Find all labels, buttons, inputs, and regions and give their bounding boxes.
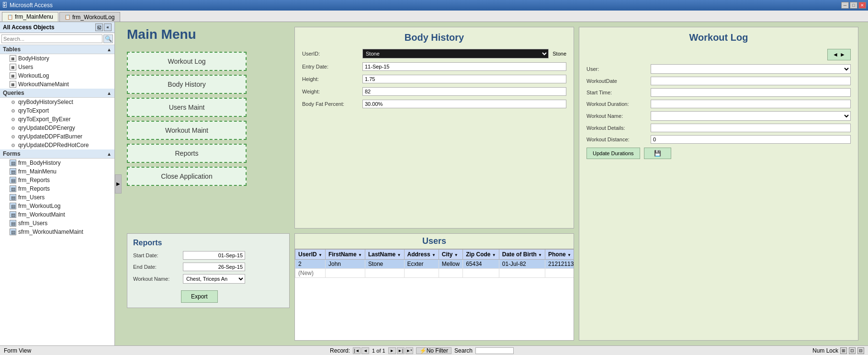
search-field[interactable]: [475, 347, 514, 354]
wl-user-select[interactable]: [651, 64, 851, 74]
cell-phone: 212121131: [545, 259, 574, 268]
col-lastname[interactable]: LastName ▼: [365, 249, 404, 259]
table-row-new[interactable]: (New): [295, 268, 575, 277]
nav-item-frm8[interactable]: ▤ sfrm_WorkoutNameMaint: [0, 228, 114, 236]
new-record-button[interactable]: ►*: [406, 347, 413, 354]
nav-item-frm3[interactable]: ▤ frm_Reports: [0, 176, 114, 184]
queries-toggle[interactable]: ▲: [107, 91, 112, 96]
nav-item-users[interactable]: ▦ Users: [0, 63, 114, 71]
start-date-input[interactable]: [183, 251, 245, 260]
first-record-button[interactable]: |◄: [353, 347, 361, 354]
col-firstname[interactable]: FirstName ▼: [325, 249, 365, 259]
table-workoutnamemaint-label: WorkoutNameMaint: [18, 81, 69, 88]
last-record-button[interactable]: ►|: [397, 347, 405, 354]
form-icon-5: ▤: [10, 203, 16, 209]
forms-section-header: Forms ▲: [0, 149, 114, 159]
cell-dob: 01-Jul-82: [499, 259, 545, 268]
users-maint-button[interactable]: Users Maint: [127, 98, 247, 117]
collapse-handle[interactable]: ▶: [115, 174, 122, 194]
tab-workout-log[interactable]: 📋 frm_WorkoutLog: [59, 12, 120, 22]
left-panel-header: All Access Objects ◱ «: [0, 22, 114, 33]
maximize-button[interactable]: □: [850, 2, 857, 9]
col-city[interactable]: City ▼: [439, 249, 462, 259]
wl-details-input[interactable]: [651, 124, 851, 132]
search-button[interactable]: 🔍: [103, 34, 113, 43]
query-6-label: qryUpdateDDPRedHotCore: [18, 142, 89, 149]
tab-main-menu[interactable]: 📋 frm_MainMenu: [2, 12, 58, 22]
nav-item-frm1[interactable]: ▤ frm_BodyHistory: [0, 159, 114, 167]
workout-name-select[interactable]: Chest, Triceps An: [183, 274, 245, 284]
col-lastname-arrow: ▼: [397, 253, 401, 257]
body-fat-input[interactable]: [362, 100, 566, 108]
form-icon-1: ▤: [10, 160, 16, 166]
col-address[interactable]: Address ▼: [404, 249, 439, 259]
wl-distance-input[interactable]: [651, 135, 851, 144]
nav-item-qry2[interactable]: ⚙ qryToExport: [0, 106, 114, 115]
header-icon-2[interactable]: «: [104, 23, 112, 31]
no-filter-button[interactable]: ⚡ No Filter: [416, 347, 451, 354]
col-phone[interactable]: Phone ▼: [545, 249, 574, 259]
workout-log-button[interactable]: Workout Log: [127, 52, 247, 71]
weight-input[interactable]: [362, 87, 566, 96]
nav-item-workoutlog[interactable]: ▦ WorkoutLog: [0, 71, 114, 80]
nav-item-frm6[interactable]: ▤ frm_WorkoutMaint: [0, 210, 114, 219]
end-date-input[interactable]: [183, 263, 245, 271]
header-icon-1[interactable]: ◱: [95, 23, 103, 31]
close-application-button[interactable]: Close Application: [127, 167, 247, 186]
forms-toggle[interactable]: ▲: [107, 151, 112, 157]
col-city-label: City: [442, 251, 453, 258]
wl-name-select[interactable]: [651, 111, 851, 121]
userid-select[interactable]: Stone: [362, 49, 549, 58]
close-button[interactable]: ✕: [858, 2, 866, 9]
nav-item-qry4[interactable]: ⚙ qryUpdateDDPEnergy: [0, 124, 114, 132]
update-durations-button[interactable]: Update Durations: [586, 148, 640, 159]
wl-nav-row: ◄ ►: [586, 49, 851, 60]
nav-item-qry6[interactable]: ⚙ qryUpdateDDPRedHotCore: [0, 141, 114, 149]
wl-date-input[interactable]: [651, 77, 851, 85]
tab-bar: 📋 frm_MainMenu 📋 frm_WorkoutLog: [0, 11, 868, 22]
nav-item-frm7[interactable]: ▤ sfrm_Users: [0, 219, 114, 228]
nav-item-frm-reports[interactable]: ▤ frm_Reports: [0, 184, 114, 193]
nav-item-frm4[interactable]: ▤ frm_Users: [0, 193, 114, 202]
export-button[interactable]: Export: [181, 290, 218, 303]
nav-item-frm2[interactable]: ▤ frm_MainMenu: [0, 167, 114, 176]
workout-maint-button[interactable]: Workout Maint: [127, 121, 247, 140]
height-input[interactable]: [362, 75, 566, 83]
next-record-button[interactable]: ►: [388, 347, 396, 354]
form-6-label: frm_WorkoutMaint: [18, 211, 65, 218]
query-4-label: qryUpdateDDPEnergy: [18, 125, 75, 131]
workout-log-title: Workout Log: [586, 32, 851, 43]
col-address-label: Address: [407, 251, 430, 258]
form-8-label: sfrm_WorkoutNameMaint: [18, 229, 83, 235]
record-nav: |◄ ◄ 1 of 1 ► ►| ►*: [353, 347, 413, 354]
search-input[interactable]: [1, 34, 102, 43]
nav-item-frm5[interactable]: ▤ frm_WorkoutLog: [0, 202, 114, 210]
wl-start-row: Start Time:: [586, 88, 851, 97]
body-history-title: Body History: [302, 32, 566, 43]
prev-record-button[interactable]: ◄: [361, 347, 369, 354]
tables-toggle[interactable]: ▲: [107, 47, 112, 52]
col-dob[interactable]: Date of Birth ▼: [499, 249, 545, 259]
nav-item-qry5[interactable]: ⚙ qryUpdateDDPFatBurner: [0, 132, 114, 141]
table-workoutlog-label: WorkoutLog: [18, 72, 49, 79]
wl-duration-input[interactable]: [651, 100, 851, 108]
nav-item-qry1[interactable]: ⚙ qryBodyHistorySelect: [0, 98, 114, 106]
nav-item-workoutnamemaint[interactable]: ▦ WorkoutNameMaint: [0, 80, 114, 89]
table-row[interactable]: 2 John Stone Ecxter Mellow 65434 01-Jul-…: [295, 259, 575, 268]
body-history-button[interactable]: Body History: [127, 75, 247, 94]
col-zipcode[interactable]: Zip Code ▼: [463, 249, 499, 259]
nav-item-qry3[interactable]: ⚙ qryToExport_ByExer: [0, 115, 114, 124]
nav-item-body-history[interactable]: ▦ BodyHistory: [0, 54, 114, 63]
query-1-label: qryBodyHistorySelect: [18, 99, 73, 105]
col-userid-label: UserID: [298, 251, 317, 258]
reports-button[interactable]: Reports: [127, 144, 247, 163]
wl-start-input[interactable]: [651, 88, 851, 97]
height-label: Height:: [302, 76, 360, 82]
col-userid[interactable]: UserID ▼: [295, 249, 326, 259]
workout-log-nav-button[interactable]: ◄ ►: [827, 49, 851, 60]
minimize-button[interactable]: ─: [841, 2, 849, 9]
entry-date-input[interactable]: [362, 62, 566, 71]
height-row: Height:: [302, 75, 566, 83]
num-lock-label: Num Lock: [812, 347, 838, 354]
save-button[interactable]: 💾: [644, 148, 671, 159]
